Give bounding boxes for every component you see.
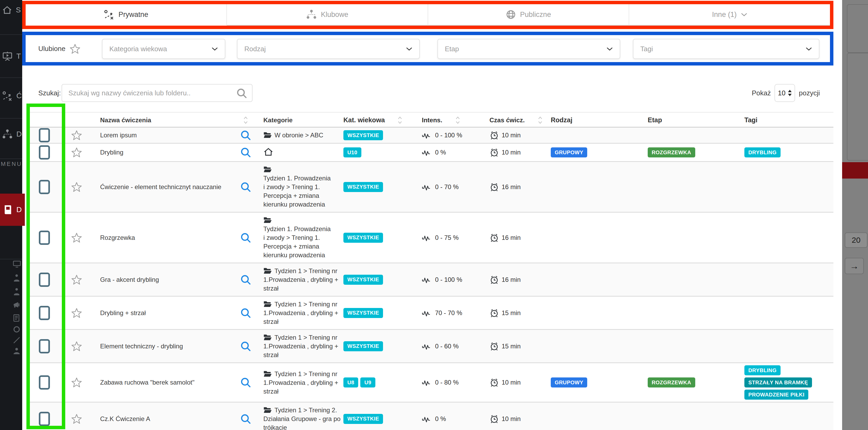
preview-search-icon[interactable] <box>240 413 251 425</box>
type-cell <box>546 339 642 354</box>
preview-search-icon[interactable] <box>240 341 251 352</box>
filter-dropdown-etap[interactable]: Etap <box>437 39 620 59</box>
preview-cell <box>234 230 257 245</box>
favorite-star-icon[interactable] <box>71 274 82 285</box>
favorite-star-icon[interactable] <box>71 341 82 351</box>
column-header-kategorie: Kategorie <box>257 113 341 128</box>
exercise-name-cell: Rozgrzewka <box>91 230 234 245</box>
preview-search-icon[interactable] <box>240 274 251 285</box>
preview-search-icon[interactable] <box>240 377 251 388</box>
row-checkbox[interactable] <box>39 273 50 287</box>
intensity-value: 0 - 100 % <box>435 131 462 139</box>
row-checkbox[interactable] <box>39 128 50 142</box>
tag-badge: DRYBLING <box>744 365 781 375</box>
row-checkbox[interactable] <box>39 180 50 194</box>
stage-cell <box>642 230 738 245</box>
row-checkbox[interactable] <box>39 145 50 159</box>
row-checkbox[interactable] <box>39 375 50 390</box>
tab-klubowe[interactable]: Klubowe <box>227 4 428 26</box>
tab-inne-1[interactable]: Inne (1) <box>629 4 830 26</box>
row-checkbox[interactable] <box>39 306 50 320</box>
row-checkbox[interactable] <box>39 412 50 426</box>
stepper-arrows-icon[interactable] <box>788 89 792 97</box>
favorite-cell <box>62 230 91 245</box>
favorite-star-icon[interactable] <box>71 377 82 388</box>
favorite-star-icon[interactable] <box>71 233 82 243</box>
tab-publiczne[interactable]: Publiczne <box>428 4 629 26</box>
sidebar-icon-megaphone[interactable] <box>13 301 21 309</box>
preview-cell <box>234 375 257 390</box>
exercise-name-cell: Gra - akcent drybling <box>91 272 234 287</box>
sort-icon[interactable] <box>398 116 402 124</box>
folder-icon <box>264 300 272 307</box>
column-header-intens[interactable]: Intens. <box>408 116 487 124</box>
favorite-cell <box>62 272 91 287</box>
favorite-star-icon[interactable] <box>71 130 82 141</box>
row-checkbox[interactable] <box>39 339 50 354</box>
column-header-kat-wiekowa[interactable]: Kat. wiekowa <box>341 116 408 124</box>
sidebar-icon-user[interactable] <box>13 287 21 296</box>
sort-icon[interactable] <box>455 116 460 124</box>
sidebar-icon-monitor[interactable] <box>13 260 21 268</box>
clock-icon <box>490 378 499 387</box>
age-category-cell: WSZYSTKIE <box>341 128 408 143</box>
sort-icon[interactable] <box>243 116 248 124</box>
filter-dropdown-tagi[interactable]: Tagi <box>633 39 819 59</box>
hierarchy-icon <box>2 129 13 140</box>
filter-dropdown-rodzaj[interactable]: Rodzaj <box>237 39 420 59</box>
duration-cell: 16 min <box>487 272 546 287</box>
sidebar-item-active[interactable]: D <box>0 194 25 226</box>
type-cell: GRUPOWY <box>546 375 642 390</box>
filter-bar: Ulubione Kategoria wiekowaRodzajEtapTagi <box>26 35 830 62</box>
category-cell <box>257 144 341 161</box>
sidebar-icon-ring[interactable] <box>13 326 21 333</box>
favorites-star-icon[interactable] <box>70 43 80 54</box>
slash-icon <box>13 336 21 344</box>
tab-label: Publiczne <box>520 10 551 19</box>
column-header-czas-ćwicz[interactable]: Czas ćwicz. <box>487 116 546 124</box>
table-row: Drybling + strzałTydzien 1 > Trening nr … <box>26 297 833 330</box>
sort-icon[interactable] <box>538 116 542 124</box>
preview-search-icon[interactable] <box>240 130 251 141</box>
favorites-star-icon[interactable] <box>70 43 80 54</box>
favorite-cell <box>62 375 91 390</box>
preview-search-icon[interactable] <box>240 147 251 158</box>
sidebar-icon-person[interactable] <box>13 347 21 355</box>
favorite-star-icon[interactable] <box>71 182 82 192</box>
tag-badge: PROWADZENIE PIŁKI <box>744 390 808 400</box>
exercise-name-cell: Drybling + strzał <box>91 305 234 321</box>
right-panel-arrow-button[interactable]: → <box>845 258 864 274</box>
intensity-value: 0 - 75 % <box>435 234 459 241</box>
stepper-arrows-icon[interactable] <box>788 89 792 97</box>
favorite-star-icon[interactable] <box>71 308 82 318</box>
search-input[interactable] <box>62 84 252 102</box>
filter-dropdown-kategoria-wiekowa[interactable]: Kategoria wiekowa <box>102 39 225 59</box>
column-header-nazwa-ćwiczenia[interactable]: Nazwa ćwiczenia <box>91 117 234 124</box>
column-header-etap: Etap <box>642 116 738 124</box>
sidebar-item[interactable]: D <box>0 127 24 142</box>
sidebar-icon-slash[interactable] <box>13 336 21 344</box>
favorite-star-icon[interactable] <box>71 413 82 424</box>
tab-label: Inne (1) <box>712 10 737 19</box>
right-panel-value-box[interactable]: 20 <box>845 233 867 248</box>
row-checkbox[interactable] <box>39 231 50 245</box>
page-size-stepper[interactable]: 10 <box>774 84 795 102</box>
favorites-filter[interactable]: Ulubione <box>38 35 80 62</box>
page-size-label-after: pozycji <box>799 89 820 97</box>
sidebar-icon-clipboard[interactable] <box>13 313 20 322</box>
tab-label: Klubowe <box>321 10 348 19</box>
tab-prywatne[interactable]: Prywatne <box>26 4 227 26</box>
sidebar-item[interactable]: T <box>0 49 24 64</box>
preview-search-icon[interactable] <box>240 181 251 192</box>
sidebar-icon-user[interactable] <box>13 274 21 282</box>
sidebar-item[interactable]: S <box>0 3 24 18</box>
intensity-icon <box>422 148 432 156</box>
table-row: Lorem ipsumW obronie > ABCWSZYSTKIE0 - 1… <box>26 128 833 144</box>
preview-search-icon[interactable] <box>240 307 251 318</box>
stage-cell <box>642 128 738 143</box>
sidebar-item[interactable]: Ć <box>0 89 24 103</box>
category-cell: Tydzien 1 > Trening nr 1.Prowadzenia , d… <box>257 297 341 329</box>
preview-search-icon[interactable] <box>240 232 251 243</box>
favorite-star-icon[interactable] <box>71 147 82 158</box>
user-icon <box>13 287 21 296</box>
